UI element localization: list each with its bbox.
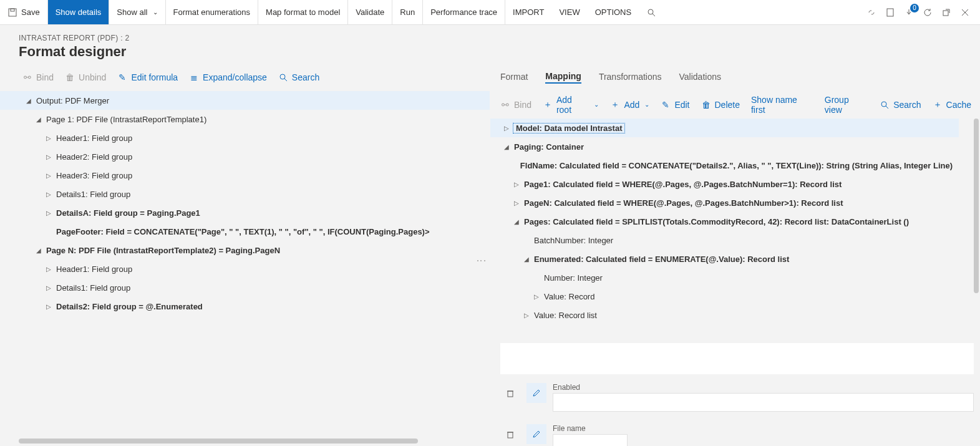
more-icon[interactable]: ⋮	[475, 256, 487, 266]
tree-row[interactable]: ▷Details1: Field group	[0, 278, 490, 297]
expand-icon[interactable]: ▷	[42, 172, 55, 179]
tree-row[interactable]: ▷Model: Data model Intrastat	[490, 119, 959, 137]
tree-row[interactable]: ▷DetailsA: Field group = Paging.Page1	[0, 203, 490, 222]
options-button[interactable]: OPTIONS	[588, 0, 639, 24]
enabled-input[interactable]	[553, 393, 974, 412]
performance-trace-button[interactable]: Performance trace	[423, 0, 505, 24]
save-button[interactable]: Save	[0, 0, 48, 24]
delete-filename-button[interactable]	[500, 424, 520, 444]
tree-row[interactable]: ▷Value: Record list	[490, 306, 959, 324]
tree-label: Pages: Calculated field = SPLITLIST(Tota…	[523, 217, 909, 226]
delete-enabled-button[interactable]	[500, 383, 520, 403]
filename-input[interactable]	[553, 434, 628, 446]
show-name-first-button[interactable]: Show name first	[751, 95, 813, 115]
bind-icon: ⚯	[500, 100, 510, 110]
expand-icon[interactable]: ▷	[510, 181, 523, 188]
collapse-icon[interactable]: ◢	[22, 97, 35, 104]
expand-icon[interactable]: ▷	[42, 303, 55, 310]
tree-label: Model: Data model Intrastat	[513, 123, 625, 133]
tree-row[interactable]: ▷Header1: Field group	[0, 259, 490, 278]
bind-button-left[interactable]: ⚯Bind	[22, 72, 54, 82]
refresh-icon[interactable]	[923, 7, 933, 17]
search-button-right[interactable]: Search	[880, 100, 921, 110]
expand-icon[interactable]: ▷	[42, 153, 55, 160]
collapse-icon[interactable]: ◢	[500, 143, 513, 150]
close-icon[interactable]	[960, 7, 970, 17]
expand-icon[interactable]: ▷	[42, 191, 55, 198]
vertical-scrollbar[interactable]	[974, 119, 979, 293]
tree-row[interactable]: ◢Enumerated: Calculated field = ENUMERAT…	[490, 250, 959, 268]
search-icon	[278, 72, 288, 82]
expand-icon[interactable]: ▷	[42, 135, 55, 142]
link-icon[interactable]	[866, 7, 876, 17]
edit-filename-button[interactable]	[526, 424, 546, 444]
expand-icon[interactable]: ▷	[42, 266, 55, 273]
expand-icon[interactable]: ▷	[530, 293, 543, 300]
tree-row[interactable]: ▷Value: Record	[490, 287, 959, 306]
map-format-button[interactable]: Map format to model	[258, 0, 348, 24]
group-view-button[interactable]: Group view	[825, 95, 868, 115]
format-enumerations-button[interactable]: Format enumerations	[166, 0, 259, 24]
run-button[interactable]: Run	[392, 0, 423, 24]
horizontal-scrollbar[interactable]	[19, 439, 418, 444]
tab-validations[interactable]: Validations	[679, 72, 721, 83]
show-details-button[interactable]: Show details	[48, 0, 110, 24]
add-root-button[interactable]: ＋Add root⌄	[543, 95, 599, 115]
expand-icon[interactable]: ▷	[500, 125, 513, 132]
tree-row[interactable]: ▷Details1: Field group	[0, 185, 490, 203]
tab-format[interactable]: Format	[500, 72, 528, 83]
edit-enabled-button[interactable]	[526, 383, 546, 403]
cache-button[interactable]: ＋Cache	[933, 100, 971, 110]
attachments-icon[interactable]	[904, 7, 914, 17]
mapping-tree[interactable]: ▷Model: Data model Intrastat◢Paging: Con…	[490, 119, 974, 339]
validate-button[interactable]: Validate	[348, 0, 392, 24]
import-button[interactable]: IMPORT	[505, 0, 551, 24]
tree-row[interactable]: ▷Header1: Field group	[0, 128, 490, 147]
unbind-button[interactable]: 🗑Unbind	[65, 72, 106, 82]
tree-row[interactable]: Number: Integer	[490, 268, 959, 287]
delete-button[interactable]: 🗑Delete	[701, 100, 740, 110]
collapse-icon[interactable]: ◢	[32, 116, 45, 123]
trash-icon: 🗑	[701, 100, 711, 110]
tree-row[interactable]: ◢Page 1: PDF File (IntrastatReportTempla…	[0, 110, 490, 128]
expand-icon[interactable]: ▷	[42, 284, 55, 291]
tree-row[interactable]: ▷PageN: Calculated field = WHERE(@.Pages…	[490, 193, 959, 212]
bind-button-right[interactable]: ⚯Bind	[500, 100, 531, 110]
tab-mapping[interactable]: Mapping	[545, 71, 581, 84]
collapse-icon[interactable]: ◢	[510, 218, 523, 225]
edit-button[interactable]: ✎Edit	[661, 100, 689, 110]
search-button-left[interactable]: Search	[278, 72, 319, 82]
edit-formula-button[interactable]: ✎Edit formula	[117, 72, 178, 82]
tree-row[interactable]: ▷Page1: Calculated field = WHERE(@.Pages…	[490, 175, 959, 193]
tree-label: Page 1: PDF File (IntrastatReportTemplat…	[45, 115, 206, 124]
tree-row[interactable]: BatchNumber: Integer	[490, 231, 959, 250]
tree-row[interactable]: ▷Header2: Field group	[0, 147, 490, 166]
expand-icon[interactable]: ▷	[510, 200, 523, 206]
expand-collapse-button[interactable]: ≣Expand/collapse	[189, 72, 267, 82]
tree-row[interactable]: ▷Details2: Field group = @.Enumerated	[0, 297, 490, 316]
collapse-icon[interactable]: ◢	[520, 256, 533, 263]
svg-rect-14	[508, 432, 513, 438]
plus-icon: ＋	[543, 100, 553, 110]
show-all-button[interactable]: Show all⌄	[109, 0, 165, 24]
tree-label: Header1: Field group	[55, 133, 132, 143]
format-tree[interactable]: ◢Output: PDF Merger◢Page 1: PDF File (In…	[0, 91, 490, 446]
popout-icon[interactable]	[941, 7, 951, 17]
tree-row[interactable]: PageFooter: Field = CONCATENATE("Page", …	[0, 222, 490, 241]
view-button[interactable]: VIEW	[551, 0, 587, 24]
tree-row[interactable]: ▷Header3: Field group	[0, 166, 490, 185]
office-icon[interactable]	[885, 7, 895, 17]
tree-row[interactable]: ◢Page N: PDF File (IntrastatReportTempla…	[0, 241, 490, 259]
tree-row[interactable]: FldName: Calculated field = CONCATENATE(…	[490, 156, 959, 175]
tree-row[interactable]: ◢Paging: Container	[490, 137, 959, 156]
tree-label: PageFooter: Field = CONCATENATE("Page", …	[55, 227, 430, 236]
expand-icon[interactable]: ▷	[520, 312, 533, 319]
tree-row[interactable]: ◢Pages: Calculated field = SPLITLIST(Tot…	[490, 212, 959, 231]
collapse-icon[interactable]: ◢	[32, 247, 45, 254]
search-button[interactable]	[639, 0, 664, 24]
add-button[interactable]: ＋Add⌄	[610, 100, 649, 110]
tab-transformations[interactable]: Transformations	[599, 72, 662, 83]
tree-label: Page N: PDF File (IntrastatReportTemplat…	[45, 246, 280, 255]
expand-icon[interactable]: ▷	[42, 210, 55, 216]
tree-row[interactable]: ◢Output: PDF Merger	[0, 91, 490, 110]
